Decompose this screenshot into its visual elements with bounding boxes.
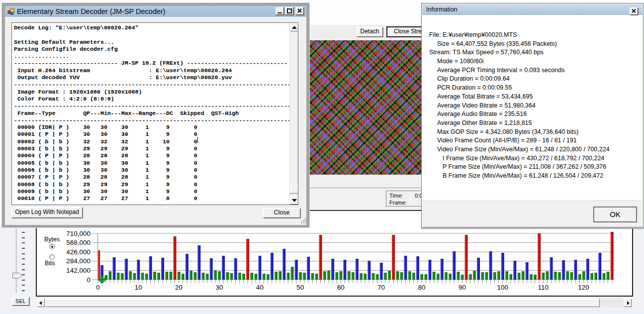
svg-text:110: 110 — [538, 284, 549, 291]
svg-text:120: 120 — [578, 284, 589, 291]
svg-text:142,000: 142,000 — [66, 267, 91, 274]
svg-text:40: 40 — [256, 284, 264, 291]
svg-text:284,000: 284,000 — [66, 257, 91, 265]
svg-text:710,000: 710,000 — [66, 230, 91, 237]
svg-text:90: 90 — [459, 284, 466, 291]
svg-text:30: 30 — [215, 284, 223, 291]
svg-text:0: 0 — [96, 284, 100, 291]
svg-text:70: 70 — [377, 284, 385, 291]
svg-text:20: 20 — [175, 284, 183, 291]
svg-text:568,000: 568,000 — [66, 239, 91, 246]
svg-text:60: 60 — [337, 284, 345, 291]
svg-text:0: 0 — [87, 276, 91, 284]
svg-text:10: 10 — [135, 284, 142, 291]
svg-text:426,000: 426,000 — [66, 248, 91, 256]
svg-text:80: 80 — [418, 284, 425, 291]
svg-text:50: 50 — [296, 284, 304, 291]
svg-text:100: 100 — [497, 284, 509, 291]
